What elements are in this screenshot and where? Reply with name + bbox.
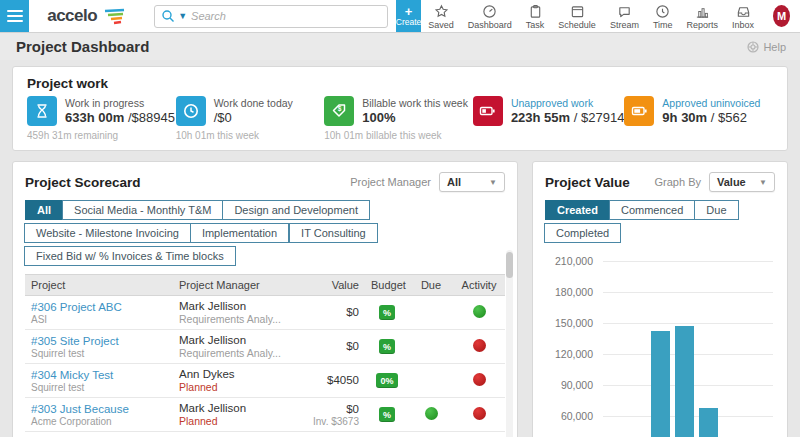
- project-manager-select[interactable]: All▼: [439, 172, 505, 192]
- stat-unapproved-work: Unapproved work 223h 55m / $27914: [473, 96, 624, 142]
- logo-mark-icon: [100, 6, 126, 26]
- calendar-icon: [570, 4, 585, 19]
- page-title: Project Dashboard: [16, 38, 149, 55]
- chart-bar: [699, 408, 718, 437]
- tab-completed[interactable]: Completed: [544, 223, 621, 243]
- project-link[interactable]: #306 Project ABC: [31, 301, 167, 313]
- bar-chart-icon: [695, 4, 710, 19]
- stat-label[interactable]: Approved uninvoiced: [662, 97, 760, 109]
- table-header: Project Project Manager Value Budget Due…: [25, 274, 505, 296]
- table-row: #305 Site ProjectSquirrel test Mark Jell…: [25, 330, 505, 364]
- graph-by-select[interactable]: Value▼: [709, 172, 775, 192]
- tab-implementation[interactable]: Implementation: [190, 223, 289, 243]
- stat-label: Billable work this week: [362, 97, 468, 109]
- nav-item-task[interactable]: Task: [519, 0, 552, 32]
- project-status: Planned: [179, 415, 295, 427]
- accelo-logo[interactable]: accelo: [29, 0, 140, 32]
- budget-badge: 0%: [376, 373, 397, 388]
- project-scorecard-card: Project Scorecard Project Manager All▼ A…: [12, 161, 518, 437]
- clock-icon: [176, 96, 206, 126]
- project-status: Requirements Analy...: [179, 347, 295, 359]
- tab-it-consulting[interactable]: IT Consulting: [289, 223, 378, 243]
- budget-badge: %: [379, 305, 395, 320]
- project-company: Acme Corporation: [31, 416, 167, 427]
- battery-low-icon: [473, 96, 503, 126]
- stat-label[interactable]: Unapproved work: [511, 97, 624, 109]
- table-row: #302 ProjectAcme Corporation Mark Jellis…: [25, 432, 505, 437]
- nav-item-dashboard[interactable]: Dashboard: [461, 0, 519, 32]
- plus-icon: +: [405, 6, 413, 17]
- table-row: #306 Project ABCASI Mark JellisonRequire…: [25, 296, 505, 330]
- table-row: #303 Just BecauseAcme Corporation Mark J…: [25, 398, 505, 432]
- stat-subtext: [624, 130, 773, 142]
- hourglass-icon: [27, 96, 57, 126]
- project-link[interactable]: #303 Just Because: [31, 403, 167, 415]
- scorecard-title: Project Scorecard: [25, 175, 141, 190]
- tab-due[interactable]: Due: [694, 200, 738, 220]
- stat-label: Work done today: [214, 97, 293, 109]
- tab-website-milestone[interactable]: Website - Milestone Invoicing: [24, 223, 191, 243]
- help-link[interactable]: Help: [747, 41, 786, 53]
- tab-social-media[interactable]: Social Media - Monthly T&M: [62, 200, 223, 220]
- scorecard-tabs: All Social Media - Monthly T&M Design an…: [25, 200, 505, 266]
- help-buoy-icon: [747, 41, 759, 53]
- star-icon: [434, 4, 449, 19]
- nav-item-saved[interactable]: Saved: [421, 0, 461, 32]
- manager-name: Mark Jellison: [179, 334, 295, 346]
- budget-badge: %: [379, 407, 395, 422]
- page-title-bar: Project Dashboard Help: [0, 33, 800, 60]
- manager-name: Mark Jellison: [179, 402, 295, 414]
- nav-item-time[interactable]: Time: [646, 0, 680, 32]
- activity-status-dot: [473, 407, 486, 420]
- tab-created[interactable]: Created: [545, 200, 610, 220]
- nav-item-inbox[interactable]: Inbox: [725, 0, 761, 32]
- top-navbar: accelo ▼ + Create Saved Dashboard Task: [0, 0, 800, 33]
- project-work-card: Project work Work in progress 633h 00m /…: [12, 66, 788, 151]
- scrollbar-thumb[interactable]: [506, 252, 513, 278]
- tab-design-development[interactable]: Design and Development: [222, 200, 370, 220]
- nav-item-schedule[interactable]: Schedule: [551, 0, 603, 32]
- tab-all[interactable]: All: [25, 200, 63, 220]
- create-button[interactable]: + Create: [396, 0, 422, 32]
- project-company: Squirrel test: [31, 348, 167, 359]
- navbar-items: Saved Dashboard Task Schedule Stream Tim…: [421, 0, 761, 32]
- stat-label: Work in progress: [65, 97, 175, 109]
- project-company: ASI: [31, 314, 167, 325]
- project-manager-filter-label: Project Manager: [350, 176, 431, 188]
- search-icon[interactable]: [161, 9, 175, 23]
- nav-item-reports[interactable]: Reports: [680, 0, 726, 32]
- stat-subtext: 459h 31m remaining: [27, 130, 176, 142]
- project-link[interactable]: #304 Micky Test: [31, 369, 167, 381]
- stat-work-in-progress: Work in progress 633h 00m /$88945 459h 3…: [27, 96, 176, 142]
- project-value-tabs: Created Commenced Due Completed: [545, 200, 775, 243]
- chart-gridline: [603, 323, 773, 324]
- nav-item-stream[interactable]: Stream: [603, 0, 646, 32]
- inbox-tray-icon: [736, 4, 751, 19]
- stat-work-done-today: Work done today /$0 10h 01m this week: [176, 96, 325, 142]
- chevron-down-icon: ▼: [759, 178, 767, 187]
- project-value: $0: [307, 403, 359, 415]
- user-avatar[interactable]: M: [773, 5, 790, 27]
- logo-text: accelo: [47, 6, 97, 26]
- stat-billable-work: $ Billable work this week 100% 10h 01m b…: [324, 96, 473, 142]
- table-row: #304 Micky TestSquirrel test Ann DykesPl…: [25, 364, 505, 398]
- tab-commenced[interactable]: Commenced: [609, 200, 695, 220]
- search-scope-caret-icon[interactable]: ▼: [178, 11, 187, 21]
- hamburger-menu-icon[interactable]: [0, 0, 29, 32]
- project-status: Planned: [179, 381, 295, 393]
- project-value: $4050: [307, 374, 359, 386]
- project-status: Requirements Analy...: [179, 313, 295, 325]
- svg-text:$: $: [338, 105, 342, 113]
- chart-bar: [675, 326, 694, 437]
- tab-fixed-bid[interactable]: Fixed Bid w/ % Invoices & Time blocks: [24, 246, 236, 266]
- stat-approved-uninvoiced: Approved uninvoiced 9h 30m / $562: [624, 96, 773, 142]
- speedometer-icon: [482, 4, 497, 19]
- value-chart-plot: [545, 255, 775, 437]
- scorecard-scrollbar[interactable]: [506, 250, 513, 437]
- search-input[interactable]: [191, 10, 381, 22]
- budget-badge: %: [379, 339, 395, 354]
- clipboard-icon: [528, 4, 543, 19]
- stat-subtext: [473, 130, 624, 142]
- project-link[interactable]: #305 Site Project: [31, 335, 167, 347]
- battery-mid-icon: [624, 96, 654, 126]
